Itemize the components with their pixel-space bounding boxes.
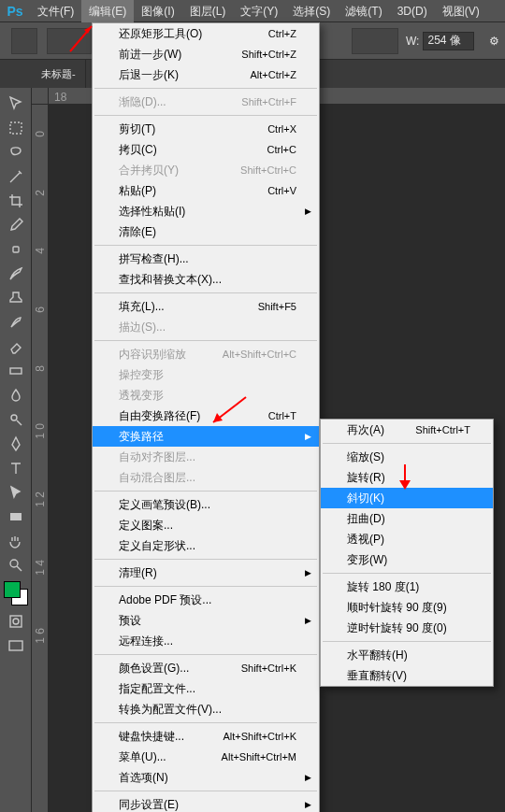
submenu-distort[interactable]: 扭曲(D) [321, 508, 493, 529]
submenu-rotate-90ccw[interactable]: 逆时针旋转 90 度(0) [321, 618, 493, 638]
menu-paste-special[interactable]: 选择性粘贴(I)▶ [93, 201, 319, 221]
menu-layer[interactable]: 图层(L) [182, 0, 234, 22]
menu-paste[interactable]: 粘贴(P)Ctrl+V [93, 180, 319, 201]
tool-preset-picker[interactable] [11, 28, 37, 54]
submenu-rotate-90cw[interactable]: 顺时针旋转 90 度(9) [321, 597, 493, 618]
ruler-v-mark: 1 0 [34, 423, 47, 439]
menu-define-pattern[interactable]: 定义图案... [93, 515, 319, 535]
dodge-tool[interactable] [5, 408, 27, 431]
menu-step-forward[interactable]: 前进一步(W)Shift+Ctrl+Z [93, 44, 319, 64]
menu-define-shape[interactable]: 定义自定形状... [93, 535, 319, 556]
menu-fill[interactable]: 填充(L)...Shift+F5 [93, 296, 319, 317]
heal-tool[interactable] [5, 238, 27, 261]
menu-fade: 渐隐(D)...Shift+Ctrl+F [93, 92, 319, 112]
menu-sync-settings[interactable]: 同步设置(E)▶ [93, 794, 319, 812]
menu-select[interactable]: 选择(S) [285, 0, 338, 22]
ruler-v-mark: 1 2 [34, 491, 47, 507]
submenu-perspective[interactable]: 透视(P) [321, 529, 493, 549]
marquee-tool[interactable] [5, 117, 27, 139]
menu-presets[interactable]: 预设▶ [93, 610, 319, 631]
options-overflow-icon[interactable]: ⚙ [489, 35, 499, 48]
menu-find-replace[interactable]: 查找和替换文本(X)... [93, 269, 319, 290]
svg-rect-0 [10, 122, 22, 134]
stamp-tool[interactable] [5, 287, 27, 309]
svg-point-5 [10, 560, 18, 567]
menu-adobe-pdf-presets[interactable]: Adobe PDF 预设... [93, 590, 319, 610]
ruler-v-mark: 0 [34, 131, 47, 137]
menu-3d[interactable]: 3D(D) [390, 0, 435, 22]
submenu-flip-horizontal[interactable]: 水平翻转(H) [321, 645, 493, 665]
svg-rect-4 [10, 513, 22, 520]
pen-tool[interactable] [5, 433, 27, 455]
ruler-origin[interactable] [32, 88, 49, 105]
width-label: W: [406, 35, 419, 48]
menu-clear[interactable]: 清除(E) [93, 221, 319, 242]
menu-undo[interactable]: 还原矩形工具(O)Ctrl+Z [93, 23, 319, 44]
color-swatch[interactable] [4, 581, 28, 605]
ruler-v-mark: 4 [34, 248, 47, 254]
document-tab[interactable]: 未标题- [32, 60, 86, 88]
eyedropper-tool[interactable] [5, 214, 27, 236]
ruler-vertical[interactable]: 0 2 4 6 8 1 0 1 2 1 4 1 6 [32, 105, 49, 812]
submenu-rotate-180[interactable]: 旋转 180 度(1) [321, 577, 493, 597]
svg-rect-2 [10, 368, 22, 374]
move-tool[interactable] [5, 93, 27, 115]
menu-cut[interactable]: 剪切(T)Ctrl+X [93, 119, 319, 139]
submenu-warp[interactable]: 变形(W) [321, 549, 493, 570]
quickmask-toggle[interactable] [5, 610, 27, 633]
menu-auto-align: 自动对齐图层... [93, 447, 319, 467]
toolbox [0, 88, 32, 812]
svg-point-3 [11, 415, 17, 420]
path-select-tool[interactable] [5, 481, 27, 504]
menu-assign-profile[interactable]: 指定配置文件... [93, 678, 319, 699]
screen-mode-toggle[interactable] [5, 634, 27, 657]
width-field[interactable]: 254 像 [423, 32, 474, 50]
fill-picker[interactable] [352, 28, 398, 54]
submenu-arrow-icon: ▶ [305, 568, 311, 577]
menu-spell-check[interactable]: 拼写检查(H)... [93, 249, 319, 269]
rectangle-tool[interactable] [5, 506, 27, 528]
svg-rect-8 [9, 641, 22, 650]
menu-image[interactable]: 图像(I) [134, 0, 181, 22]
submenu-arrow-icon: ▶ [305, 800, 311, 809]
submenu-flip-vertical[interactable]: 垂直翻转(V) [321, 665, 493, 686]
menu-stroke: 描边(S)... [93, 317, 319, 337]
submenu-again[interactable]: 再次(A)Shift+Ctrl+T [321, 420, 493, 440]
gradient-tool[interactable] [5, 360, 27, 382]
menu-content-aware-scale: 内容识别缩放Alt+Shift+Ctrl+C [93, 344, 319, 364]
ruler-v-mark: 1 4 [34, 560, 47, 576]
menu-auto-blend: 自动混合图层... [93, 467, 319, 488]
menu-menus[interactable]: 菜单(U)...Alt+Shift+Ctrl+M [93, 747, 319, 767]
menu-keyboard-shortcuts[interactable]: 键盘快捷键...Alt+Shift+Ctrl+K [93, 726, 319, 747]
ruler-v-mark: 1 6 [34, 628, 47, 644]
svg-rect-6 [10, 616, 22, 627]
blur-tool[interactable] [5, 384, 27, 406]
menu-type[interactable]: 文字(Y) [233, 0, 285, 22]
svg-marker-14 [399, 480, 411, 490]
menu-purge[interactable]: 清理(R)▶ [93, 563, 319, 583]
submenu-arrow-icon: ▶ [305, 207, 311, 216]
menu-color-settings[interactable]: 颜色设置(G)...Shift+Ctrl+K [93, 658, 319, 678]
lasso-tool[interactable] [5, 141, 27, 164]
submenu-arrow-icon: ▶ [305, 616, 311, 625]
menu-step-back[interactable]: 后退一步(K)Alt+Ctrl+Z [93, 64, 319, 85]
hand-tool[interactable] [5, 530, 27, 552]
zoom-tool[interactable] [5, 554, 27, 577]
menu-remote-connect[interactable]: 远程连接... [93, 631, 319, 651]
wand-tool[interactable] [5, 165, 27, 188]
menu-define-brush[interactable]: 定义画笔预设(B)... [93, 494, 319, 515]
brush-tool[interactable] [5, 263, 27, 285]
svg-marker-12 [213, 413, 223, 422]
menu-copy-merged: 合并拷贝(Y)Shift+Ctrl+C [93, 160, 319, 180]
menu-convert-profile[interactable]: 转换为配置文件(V)... [93, 699, 319, 719]
menu-copy[interactable]: 拷贝(C)Ctrl+C [93, 139, 319, 160]
menu-puppet-warp: 操控变形 [93, 364, 319, 385]
menu-preferences[interactable]: 首选项(N)▶ [93, 767, 319, 788]
type-tool[interactable] [5, 457, 27, 479]
crop-tool[interactable] [5, 190, 27, 212]
eraser-tool[interactable] [5, 335, 27, 358]
history-brush-tool[interactable] [5, 311, 27, 334]
menu-filter[interactable]: 滤镜(T) [338, 0, 389, 22]
ruler-v-mark: 8 [34, 365, 47, 372]
menu-view[interactable]: 视图(V) [435, 0, 487, 22]
